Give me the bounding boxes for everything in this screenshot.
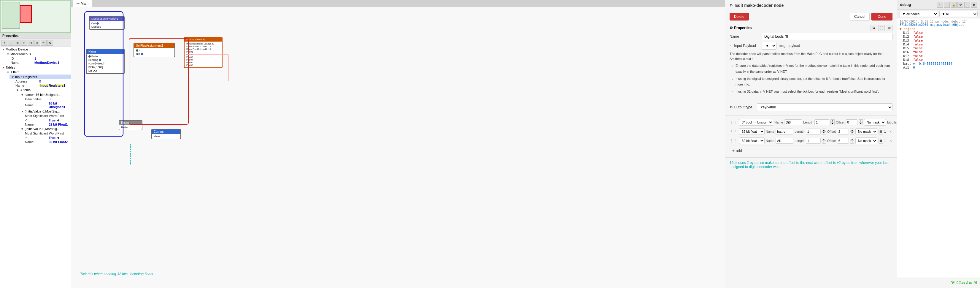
settings-icon-btn[interactable]: ⚙ [870, 25, 877, 31]
spinner-off-up-3[interactable]: ▲ [850, 138, 854, 141]
canvas-area[interactable]: ModbusServerNode#1 Out Modbus Name Batt-… [71, 7, 725, 288]
spinner-off-up-1[interactable]: ▲ [859, 119, 863, 123]
debug-obj-label: ▼ object [900, 27, 978, 31]
r32f1-msw-val-row[interactable]: ✓ True ◀ [24, 118, 71, 123]
mask-select-2[interactable]: No mask [855, 128, 877, 135]
debug-info-btn[interactable]: ℹ [937, 2, 943, 8]
done-button[interactable]: Done [872, 13, 892, 21]
drag-handle-2[interactable]: ⋮⋮ [730, 129, 738, 134]
spinner-up-3[interactable]: ▲ [822, 138, 826, 141]
reg-offset-input-1[interactable] [846, 119, 858, 125]
tree-misc-label[interactable]: ▼ Miscellaneous [5, 52, 71, 56]
debug-filter-all[interactable]: ▼ all [939, 11, 978, 17]
spinner-up-2[interactable]: ▲ [822, 129, 826, 132]
toolbar-btn-5[interactable]: ⊟ [28, 40, 33, 46]
tree-name-row[interactable]: Name ModbusDevice1 [10, 60, 71, 65]
msw-btn-3[interactable]: ▦ [878, 138, 883, 144]
tree-modbus-device-label[interactable]: ▼ Modbus Device [0, 47, 71, 52]
tree-id-row[interactable]: ID 1 [10, 56, 71, 60]
drag-handle-1[interactable]: ⋮⋮ [730, 120, 738, 125]
reg-type-select-2[interactable]: 32 bit float [739, 128, 765, 135]
items-count[interactable]: ▼ 3 Items [14, 88, 71, 92]
mask-select-3[interactable]: No mask [855, 137, 877, 144]
di1-val: false [913, 31, 923, 35]
ir1-label[interactable]: ▼ Input Registers1 [10, 75, 71, 79]
reg-type-select-1[interactable]: 8* bool — Unsigne [739, 119, 773, 126]
registers-section: ⋮⋮ 8* bool — Unsigne Name Length ▲ ▼ Off… [725, 116, 897, 158]
node-current[interactable]: Current Value [151, 129, 181, 139]
reg-32f1-label[interactable]: ▼ (InitialValue-0,MostSig... [19, 109, 71, 114]
reg-length-input-3[interactable] [806, 138, 821, 144]
ir1-items: ▼ 3 Items ▼ name= 16 bit Unsigned1 [10, 88, 71, 144]
node-name[interactable]: Name Batt-v Sending P24m[+5932] P24n[-15… [86, 49, 125, 74]
spinner-up-1[interactable]: ▲ [830, 119, 835, 123]
reg-length-input-2[interactable] [806, 129, 821, 135]
tree-tables-label[interactable]: ▼ Tables [0, 65, 71, 70]
r32f1-name-row[interactable]: Name 32 bit Float1 [24, 123, 71, 126]
spinner-off-up-2[interactable]: ▲ [850, 129, 854, 132]
toolbar-btn-1[interactable]: ↑ [2, 40, 7, 46]
reg-name-input-1[interactable] [784, 119, 802, 125]
input-registers-label[interactable]: ▼ 1 Item [5, 70, 71, 75]
debug-gear-btn[interactable]: ⚙ [958, 2, 963, 8]
reg-name-input-2[interactable] [776, 129, 793, 135]
node-modbus-server[interactable]: ModbusServerNode#1 Out Modbus [89, 16, 125, 30]
r16-initial[interactable]: Initial Value 0 [24, 97, 71, 101]
r32f1-msw[interactable]: Most Significant Word First [24, 114, 71, 118]
toolbar-btn-7[interactable]: ✏ [41, 40, 46, 46]
annotation-tick-text: Tick this when sending 32 bits, includin… [80, 272, 153, 276]
toolbar-btn-3[interactable]: ⊕ [14, 40, 21, 46]
delete-button[interactable]: Delete [730, 13, 749, 21]
msw-btn-2[interactable]: ▦ [878, 129, 883, 135]
toolbar-btn-8[interactable]: ⚙ [47, 40, 53, 46]
r32f2-msw[interactable]: Most Significant Word First [24, 131, 71, 135]
r32f2-name-row[interactable]: Name 32 bit Float2 [24, 140, 71, 144]
reg-len-label-2: Length [795, 130, 805, 133]
node-uniplus[interactable]: UniPlusAssignment1 In Out [134, 43, 175, 57]
spinner-off-down-2[interactable]: ▼ [850, 132, 854, 135]
reg-offset-input-3[interactable] [837, 138, 849, 144]
debug-filter-nodes[interactable]: ▼ all nodes [900, 11, 938, 17]
spinner-down-1[interactable]: ▼ [830, 123, 835, 125]
mbdev-p4: Pin 01 [186, 51, 220, 53]
r16-init-val: 0 [49, 97, 51, 101]
delete-row-2[interactable]: × [889, 129, 892, 134]
reg-name-label-1: Name [775, 121, 783, 124]
drag-handle-3[interactable]: ⋮⋮ [730, 138, 738, 143]
delete-row-3[interactable]: × [889, 138, 892, 143]
name-input[interactable] [762, 33, 892, 40]
ir1-name-row[interactable]: Name Input Registers1 [14, 83, 71, 88]
node-reset[interactable]: Reset Batt-v [119, 120, 142, 130]
ir1-address-row[interactable]: Address 0 [14, 79, 71, 83]
debug-menu-btn[interactable]: ⋯ [964, 2, 970, 8]
node-modbus-device[interactable]: ModbusDevice1 Input Registers: Load1: 23… [184, 37, 223, 68]
spinner-down-3[interactable]: ▼ [822, 141, 826, 144]
add-row-button[interactable]: + add [730, 147, 744, 155]
spinner-off-down-1[interactable]: ▼ [859, 123, 863, 125]
reg-type-select-3[interactable]: 32 bit float [739, 137, 765, 144]
reg-name-input-3[interactable] [776, 138, 793, 144]
cancel-button[interactable]: Cancel [850, 13, 870, 21]
reg-length-input-1[interactable] [815, 119, 829, 125]
toolbar-btn-6[interactable]: × [34, 40, 40, 46]
di4-val: false [913, 43, 923, 46]
debug-trash-btn[interactable]: 🗑 [971, 2, 977, 8]
spinner-down-2[interactable]: ▼ [822, 132, 826, 135]
toolbar-btn-2[interactable]: ↕ [8, 40, 14, 46]
toolbar-btn-4[interactable]: ⊞ [21, 40, 27, 46]
copy-icon-btn[interactable]: ⧉ [886, 25, 892, 31]
spinner-off-down-3[interactable]: ▼ [850, 141, 854, 144]
mask-select-1[interactable]: No mask [864, 119, 886, 126]
reg-16bit-label[interactable]: ▼ name= 16 bit Unsigned1 [19, 92, 71, 97]
r32f2-msw-val-row[interactable]: ✓ True ◀ [24, 135, 71, 140]
expand-icon-btn[interactable]: ⛶ [878, 25, 885, 31]
output-type-select[interactable]: key/value [757, 103, 892, 111]
reg-offset-input-2[interactable] [837, 129, 849, 135]
debug-lock-btn[interactable]: 🔒 [951, 2, 956, 8]
r16-name[interactable]: Name 16 bit Unsigned1 [24, 101, 71, 109]
debug-node-ref: 5718e262c6ee2909 msg.payload :Object [900, 23, 978, 26]
debug-list-btn[interactable]: ☰ [944, 2, 950, 8]
input-payload-select[interactable]: ▼ [762, 42, 776, 49]
canvas-tab-main[interactable]: ✏ Main [73, 0, 92, 7]
reg-32f2-label[interactable]: ▼ (InitialValue-0,MostSig... [19, 126, 71, 131]
